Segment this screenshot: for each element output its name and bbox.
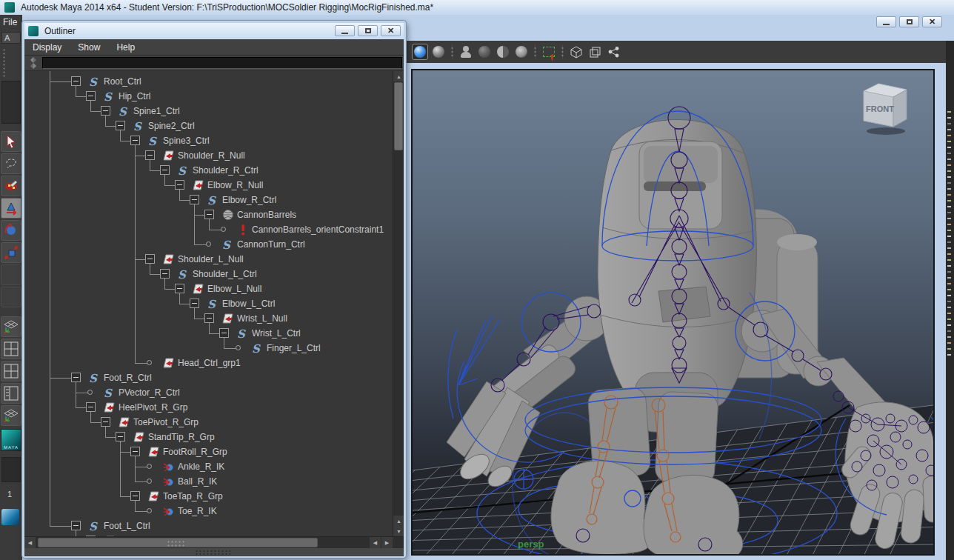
node-label[interactable]: FootRoll_R_Grp: [163, 447, 227, 457]
tree-row[interactable]: SRoot_Ctrl: [24, 74, 393, 89]
node-label[interactable]: Head_Ctrl_grp1: [178, 358, 241, 368]
marquee-select-icon[interactable]: [541, 44, 557, 60]
node-label[interactable]: Toe_R_IK: [178, 506, 217, 516]
shelf-tab[interactable]: A: [1, 32, 21, 44]
maya-logo-icon[interactable]: MAYA: [1, 429, 21, 451]
node-label[interactable]: Wrist_L_Null: [237, 313, 287, 324]
robot-torso[interactable]: [598, 119, 756, 432]
four-pane-layout-2-icon[interactable]: [1, 361, 21, 381]
tree-row[interactable]: SFoot_L_Ctrl: [24, 519, 393, 533]
outliner-close-button[interactable]: ✕: [381, 25, 401, 36]
node-label[interactable]: Foot_L_Ctrl: [104, 521, 150, 531]
node-label[interactable]: Ankle_R_IK: [178, 461, 224, 472]
scene-cube-icon[interactable]: [568, 44, 584, 60]
node-label[interactable]: Shoulder_L_Null: [178, 254, 244, 264]
outliner-search-input[interactable]: [42, 57, 402, 69]
collapse-toggle[interactable]: [86, 402, 96, 412]
collapse-toggle[interactable]: [130, 491, 140, 501]
tree-row[interactable]: HeelPivot_R_Grp: [24, 400, 393, 415]
horizontal-scrollbar[interactable]: ◀ ◀ ▶: [24, 536, 404, 548]
tree-row[interactable]: SPVector_R_Ctrl: [24, 385, 393, 400]
scroll-right-button[interactable]: ▶: [381, 537, 393, 549]
collapse-toggle[interactable]: [86, 91, 96, 101]
collapse-toggle[interactable]: [71, 373, 81, 382]
single-pane-layout-icon[interactable]: [1, 316, 21, 337]
share-nodes-icon[interactable]: [605, 44, 621, 60]
collapse-toggle[interactable]: [190, 299, 199, 308]
tree-row[interactable]: SShoulder_L_Ctrl: [24, 267, 393, 281]
tree-row[interactable]: SWrist_L_Ctrl: [24, 326, 393, 341]
node-label[interactable]: PVector_R_Ctrl: [119, 387, 180, 398]
collapse-toggle[interactable]: [116, 121, 125, 130]
collapse-toggle[interactable]: [71, 521, 81, 530]
scroll-up-button-2[interactable]: ▲: [393, 516, 404, 526]
display-menu[interactable]: Display: [24, 42, 70, 53]
shelf-grip[interactable]: [2, 48, 7, 78]
collapse-toggle[interactable]: [175, 284, 184, 293]
perspective-viewport[interactable]: FRONT persp: [411, 69, 935, 556]
tree-row[interactable]: Ball_R_IK: [24, 474, 393, 489]
tree-row[interactable]: SSpine3_Ctrl: [24, 133, 393, 148]
help-menu[interactable]: Help: [108, 42, 143, 53]
node-label[interactable]: Elbow_L_Null: [207, 284, 261, 294]
node-label[interactable]: CannonTurn_Ctrl: [237, 239, 305, 250]
scroll-down-button[interactable]: ▼: [393, 526, 404, 536]
empty-slot-icon[interactable]: [1, 264, 21, 285]
move-tool-icon[interactable]: [1, 198, 21, 219]
minimize-button[interactable]: [876, 16, 896, 27]
node-label[interactable]: Spine1_Ctrl: [133, 106, 180, 116]
scroll-left-button-2[interactable]: ◀: [370, 537, 381, 549]
outliner-minimize-button[interactable]: [335, 25, 355, 36]
outliner-tree[interactable]: SRoot_CtrlSHip_CtrlSSpine1_CtrlSSpine2_C…: [24, 71, 393, 536]
main-titlebar[interactable]: Autodesk Maya 2014 x64 - Student Version…: [0, 0, 954, 15]
close-button[interactable]: ✕: [922, 16, 942, 27]
tree-row[interactable]: FootRoll_R_Grp: [24, 444, 393, 459]
paint-select-tool-icon[interactable]: [1, 176, 21, 196]
collapse-toggle[interactable]: [101, 417, 110, 427]
scale-tool-icon[interactable]: [1, 242, 21, 263]
collapse-toggle[interactable]: [190, 195, 199, 204]
empty-slot-icon[interactable]: [1, 287, 21, 307]
node-label[interactable]: CannonBarrels: [237, 210, 296, 220]
node-label[interactable]: Spine3_Ctrl: [163, 136, 210, 146]
tree-row[interactable]: Shoulder_L_Null: [24, 252, 393, 267]
tree-row[interactable]: SShoulder_R_Ctrl: [24, 163, 393, 178]
show-menu[interactable]: Show: [70, 42, 108, 53]
outliner-persp-layout-icon[interactable]: [1, 383, 21, 404]
shaded-sphere-icon[interactable]: [412, 44, 428, 60]
node-label[interactable]: Hip_Ctrl: [119, 91, 150, 101]
collapse-toggle[interactable]: [116, 432, 125, 441]
collapse-toggle[interactable]: [145, 150, 155, 160]
collapse-toggle[interactable]: [160, 269, 170, 279]
robot-legs[interactable]: [551, 387, 743, 554]
collapse-toggle[interactable]: [160, 165, 170, 175]
tree-row[interactable]: SCannonTurn_Ctrl: [24, 237, 393, 252]
node-label[interactable]: Shoulder_R_Null: [178, 150, 245, 161]
node-label[interactable]: Ball_R_IK: [178, 476, 217, 487]
node-label[interactable]: Root_Ctrl: [104, 76, 141, 87]
collapse-toggle[interactable]: [71, 76, 81, 86]
node-label[interactable]: HeelPivot_R_Grp: [119, 402, 187, 413]
node-label[interactable]: Shoulder_L_Ctrl: [193, 269, 257, 279]
tree-row[interactable]: SFoot_R_Ctrl: [24, 370, 393, 385]
outliner-titlebar[interactable]: Outliner ✕: [24, 23, 404, 39]
tree-row[interactable]: CannonBarrels_orientConstraint1: [24, 222, 393, 237]
scroll-up-button[interactable]: ▲: [393, 71, 404, 81]
four-pane-layout-icon[interactable]: [1, 339, 21, 359]
stacked-frames-icon[interactable]: [587, 44, 603, 60]
flat-sphere-icon[interactable]: [430, 44, 447, 60]
lasso-tool-icon[interactable]: [1, 153, 21, 174]
node-label[interactable]: ToePivot_R_Grp: [133, 417, 199, 427]
collapse-toggle[interactable]: [130, 447, 140, 456]
tree-row[interactable]: ToeTap_R_Grp: [24, 489, 393, 504]
node-label[interactable]: Foot_R_Ctrl: [104, 373, 152, 383]
file-menu[interactable]: File: [0, 15, 22, 27]
vscroll-thumb[interactable]: [394, 82, 403, 150]
maximize-button[interactable]: [899, 16, 919, 27]
tree-row[interactable]: SFinger_L_Ctrl: [24, 341, 393, 356]
tree-row[interactable]: Elbow_L_Null: [24, 281, 393, 296]
collapse-toggle[interactable]: [101, 106, 110, 116]
collapse-toggle[interactable]: [130, 136, 140, 145]
vertical-scrollbar[interactable]: ▲ ▲ ▼: [393, 71, 404, 536]
tree-row[interactable]: SSpine1_Ctrl: [24, 104, 393, 119]
